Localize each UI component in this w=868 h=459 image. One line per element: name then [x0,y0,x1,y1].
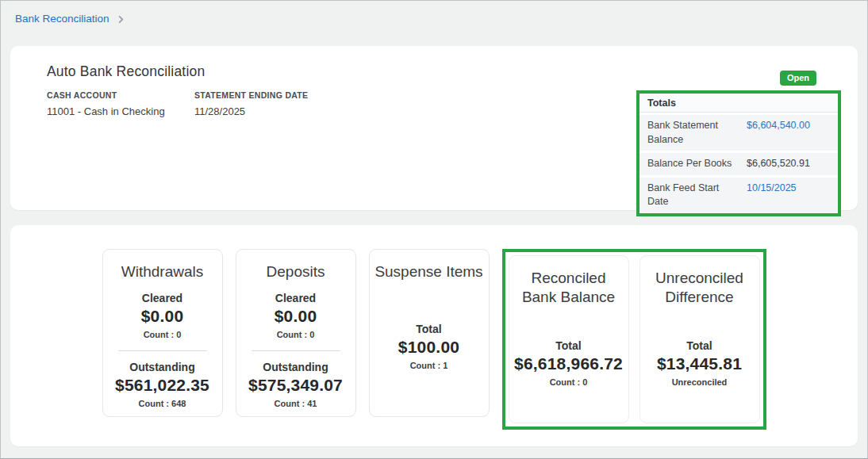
cleared-count: Count : 0 [277,330,315,339]
summary-tiles-row: Withdrawals Cleared $0.00 Count : 0 Outs… [10,225,858,430]
totals-row-bank-statement-balance: Bank Statement Balance $6,604,540.00 [639,115,838,151]
page: { "breadcrumb": { "label": "Bank Reconci… [0,0,868,459]
field-cash-account: CASH ACCOUNT 11001 - Cash in Checking [47,90,194,117]
cash-account-label: CASH ACCOUNT [47,90,194,100]
cleared-amount: $0.00 [275,307,317,326]
tile-unreconciled-difference-title: Unreconciled Difference [645,269,755,307]
chevron-right-icon [117,15,125,24]
cleared-label: Cleared [275,292,316,304]
page-title: Auto Bank Reconciliation [47,63,205,80]
totals-highlight-box: Totals Bank Statement Balance $6,604,540… [636,90,841,216]
tile-suspense-items[interactable]: Suspense Items Total $100.00 Count : 1 [369,249,490,417]
total-amount: $13,445.81 [657,354,742,373]
outstanding-label: Outstanding [263,361,328,373]
withdrawals-outstanding-section: Outstanding $561,022.35 Count : 648 [115,361,209,408]
balance-per-books-label: Balance Per Books [647,157,747,171]
tile-deposits-title: Deposits [267,262,325,281]
balance-per-books-value: $6,605,520.91 [747,157,810,171]
outstanding-label: Outstanding [129,361,194,373]
breadcrumb-link-bank-reconciliation[interactable]: Bank Reconciliation [15,13,109,25]
total-label: Total [416,323,441,335]
withdrawals-cleared-section: Cleared $0.00 Count : 0 [141,292,184,339]
cash-account-value: 11001 - Cash in Checking [47,105,194,117]
suspense-total-section: Total $100.00 Count : 1 [398,323,459,370]
total-count: Count : 0 [550,377,588,387]
tile-withdrawals-title: Withdrawals [121,262,203,281]
total-label: Total [686,339,712,352]
status-badge: Open [780,71,816,86]
total-amount: $6,618,966.72 [514,354,623,373]
tile-deposits[interactable]: Deposits Cleared $0.00 Count : 0 Outstan… [236,249,356,417]
totals-row-balance-per-books: Balance Per Books $6,605,520.91 [639,153,838,175]
tile-withdrawals[interactable]: Withdrawals Cleared $0.00 Count : 0 Outs… [102,249,223,417]
deposits-outstanding-section: Outstanding $575,349.07 Count : 41 [248,361,343,408]
statement-ending-date-label: STATEMENT ENDING DATE [194,90,308,100]
bank-statement-balance-label: Bank Statement Balance [647,119,747,147]
tile-reconciled-bank-balance[interactable]: Reconciled Bank Balance Total $6,618,966… [509,255,629,423]
cleared-amount: $0.00 [141,307,184,326]
reconciliation-header-card: Auto Bank Reconciliation CASH ACCOUNT 11… [10,46,858,210]
total-count: Count : 1 [410,361,448,370]
bank-feed-start-date-label: Bank Feed Start Date [647,182,747,209]
unreconciled-total-section: Total $13,445.81 Unreconciled [657,339,742,387]
tile-suspense-items-title: Suspense Items [374,262,482,281]
cleared-count: Count : 0 [144,330,182,339]
unreconciled-sub-label: Unreconciled [672,377,728,387]
outstanding-count: Count : 41 [275,399,317,408]
total-amount: $100.00 [398,338,459,357]
statement-ending-date-value: 11/28/2025 [194,105,308,117]
reconciliation-summary-card: Withdrawals Cleared $0.00 Count : 0 Outs… [10,225,858,446]
totals-table: Totals Bank Statement Balance $6,604,540… [639,94,838,213]
outstanding-amount: $561,022.35 [115,376,209,395]
deposits-cleared-section: Cleared $0.00 Count : 0 [275,292,317,339]
bank-feed-start-date-link[interactable]: 10/15/2025 [747,182,797,209]
bank-statement-balance-link[interactable]: $6,604,540.00 [747,119,810,147]
total-label: Total [555,339,581,352]
totals-table-header: Totals [639,94,838,113]
tile-reconciled-bank-balance-title: Reconciled Bank Balance [514,269,624,307]
header-fields: CASH ACCOUNT 11001 - Cash in Checking ST… [47,90,308,117]
cleared-label: Cleared [142,292,182,304]
totals-row-bank-feed-start-date: Bank Feed Start Date 10/15/2025 [639,178,838,213]
reconciled-total-section: Total $6,618,966.72 Count : 0 [514,339,623,387]
breadcrumb: Bank Reconciliation [1,1,867,26]
tile-unreconciled-difference[interactable]: Unreconciled Difference Total $13,445.81… [639,255,760,423]
outstanding-amount: $575,349.07 [248,376,343,395]
outstanding-count: Count : 648 [139,399,186,408]
field-statement-ending-date: STATEMENT ENDING DATE 11/28/2025 [194,90,308,117]
reconciled-highlight-box: Reconciled Bank Balance Total $6,618,966… [502,249,766,430]
